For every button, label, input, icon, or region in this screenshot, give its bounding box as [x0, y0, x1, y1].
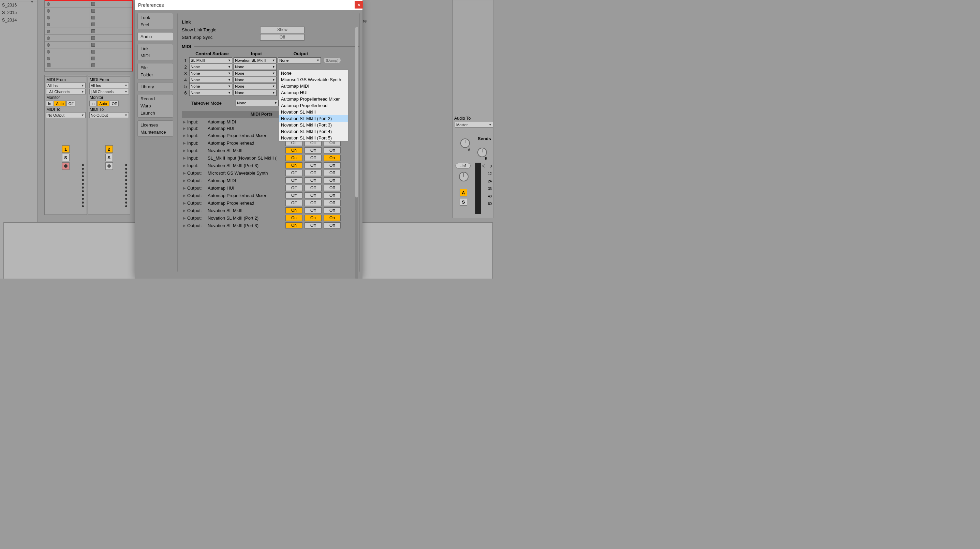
dropdown-option[interactable]: Novation SL MkIII (Port 4): [279, 128, 348, 135]
port-toggle[interactable]: Off: [324, 207, 340, 213]
prefs-tab-warp[interactable]: Warp: [138, 102, 173, 110]
cs-input-select[interactable]: None▼: [234, 83, 277, 89]
monitor-in-button[interactable]: In: [46, 100, 53, 107]
port-toggle[interactable]: Off: [324, 222, 340, 229]
expand-icon[interactable]: ▶: [182, 171, 187, 175]
expand-icon[interactable]: ▶: [182, 179, 187, 183]
dropdown-option[interactable]: Novation SL MkIII (Port 3): [279, 122, 348, 128]
port-toggle[interactable]: Off: [285, 170, 302, 176]
prefs-tab-link[interactable]: Link: [138, 45, 173, 52]
clip-stop-icon[interactable]: [47, 64, 51, 67]
port-toggle[interactable]: Off: [285, 192, 302, 199]
solo-button[interactable]: S: [62, 154, 70, 161]
dropdown-option[interactable]: Novation SL MkIII: [279, 109, 348, 115]
clip-play-icon[interactable]: [47, 43, 50, 47]
dropdown-option[interactable]: Novation SL MkIII (Port 2): [279, 115, 348, 122]
control-surface-select[interactable]: SL MkIII▼: [189, 57, 232, 64]
send-a-knob[interactable]: [460, 138, 470, 148]
midi-channel-select[interactable]: ¦ All Channels▼: [46, 89, 86, 94]
dropdown-option[interactable]: Automap Propellerhead: [279, 102, 348, 109]
pan-knob[interactable]: [459, 172, 469, 181]
clip-stop-icon[interactable]: [91, 16, 95, 19]
clip-stop-icon[interactable]: [91, 9, 95, 13]
port-toggle[interactable]: Off: [304, 155, 321, 161]
prefs-tab-maintenance[interactable]: Maintenance: [138, 129, 173, 136]
prefs-tab-licenses[interactable]: Licenses: [138, 121, 173, 129]
port-toggle[interactable]: Off: [285, 185, 302, 191]
clip-stop-icon[interactable]: [91, 64, 95, 67]
monitor-in-button[interactable]: In: [89, 100, 97, 107]
prefs-tab-library[interactable]: Library: [138, 83, 173, 91]
expand-icon[interactable]: ▶: [182, 127, 187, 130]
expand-icon[interactable]: ▶: [182, 186, 187, 190]
expand-icon[interactable]: ▶: [182, 149, 187, 153]
port-toggle[interactable]: Off: [324, 185, 340, 191]
control-surface-select[interactable]: None▼: [189, 70, 232, 76]
dropdown-option[interactable]: Automap MIDI: [279, 83, 348, 89]
port-toggle[interactable]: On: [285, 162, 302, 169]
arm-button[interactable]: [105, 162, 113, 170]
close-button[interactable]: ✕: [355, 1, 363, 8]
clip-play-icon[interactable]: [47, 16, 50, 19]
track-activator-button[interactable]: A: [460, 189, 467, 196]
dropdown-option[interactable]: None: [279, 70, 348, 76]
port-toggle[interactable]: On: [324, 155, 340, 161]
cs-input-select[interactable]: None▼: [234, 77, 277, 83]
port-toggle[interactable]: Off: [324, 200, 340, 206]
port-toggle[interactable]: Off: [304, 222, 321, 229]
midi-output-select[interactable]: No Output▼: [46, 112, 86, 118]
monitor-auto-button[interactable]: Auto: [54, 100, 66, 107]
expand-icon[interactable]: ▶: [182, 156, 187, 160]
audio-output-select[interactable]: Master▼: [455, 122, 493, 127]
monitor-auto-button[interactable]: Auto: [97, 100, 109, 107]
port-toggle[interactable]: Off: [324, 177, 340, 183]
port-toggle[interactable]: On: [324, 215, 340, 221]
clip-stop-icon[interactable]: [91, 29, 95, 33]
port-toggle[interactable]: On: [285, 155, 302, 161]
dropdown-option[interactable]: Automap Propellerhead Mixer: [279, 96, 348, 102]
clip-stop-icon[interactable]: [91, 43, 95, 47]
port-toggle[interactable]: On: [285, 147, 302, 153]
port-toggle[interactable]: Off: [304, 200, 321, 206]
expand-icon[interactable]: ▶: [182, 224, 187, 228]
port-toggle[interactable]: On: [285, 207, 302, 213]
output-dropdown-menu[interactable]: NoneMicrosoft GS Wavetable SynthAutomap …: [278, 70, 348, 142]
prefs-tab-feel[interactable]: Feel: [138, 21, 173, 28]
clip-play-icon[interactable]: [47, 37, 50, 40]
expand-icon[interactable]: ▶: [182, 141, 187, 145]
track-activator-button[interactable]: 2: [105, 145, 113, 153]
cs-output-select[interactable]: None▼: [278, 57, 321, 64]
port-toggle[interactable]: Off: [324, 192, 340, 199]
port-toggle[interactable]: On: [285, 222, 302, 229]
clip-play-icon[interactable]: [47, 2, 50, 6]
port-toggle[interactable]: Off: [285, 200, 302, 206]
prefs-tab-launch[interactable]: Launch: [138, 110, 173, 117]
port-toggle[interactable]: Off: [285, 177, 302, 183]
browser-folder[interactable]: S_2014: [0, 16, 37, 24]
port-toggle[interactable]: Off: [304, 170, 321, 176]
track-activator-button[interactable]: 1: [62, 145, 70, 153]
cs-input-select[interactable]: None▼: [234, 90, 277, 96]
control-surface-select[interactable]: None▼: [189, 64, 232, 70]
show-link-toggle-button[interactable]: Show: [260, 27, 304, 33]
clip-play-icon[interactable]: [47, 30, 50, 33]
expand-icon[interactable]: ▶: [182, 120, 187, 124]
clip-stop-icon[interactable]: [91, 2, 95, 6]
prefs-tab-file[interactable]: File: [138, 64, 173, 71]
cs-input-select[interactable]: Novation SL MkIII▼: [234, 57, 277, 64]
port-toggle[interactable]: On: [285, 215, 302, 221]
expand-icon[interactable]: ▶: [182, 216, 187, 220]
prefs-tab-audio[interactable]: Audio: [138, 33, 173, 40]
port-toggle[interactable]: Off: [304, 185, 321, 191]
dropdown-option[interactable]: Microsoft GS Wavetable Synth: [279, 76, 348, 83]
solo-button[interactable]: S: [460, 198, 467, 205]
send-b-knob[interactable]: [477, 148, 487, 157]
monitor-off-button[interactable]: Off: [67, 100, 75, 107]
dropdown-option[interactable]: Novation SL MkIII (Port 5): [279, 135, 348, 141]
port-toggle[interactable]: Off: [304, 207, 321, 213]
cs-input-select[interactable]: None▼: [234, 70, 277, 76]
clip-play-icon[interactable]: [47, 9, 50, 13]
expand-icon[interactable]: ▶: [182, 201, 187, 205]
peak-level-display[interactable]: -Inf: [455, 163, 471, 169]
control-surface-select[interactable]: None▼: [189, 83, 232, 89]
